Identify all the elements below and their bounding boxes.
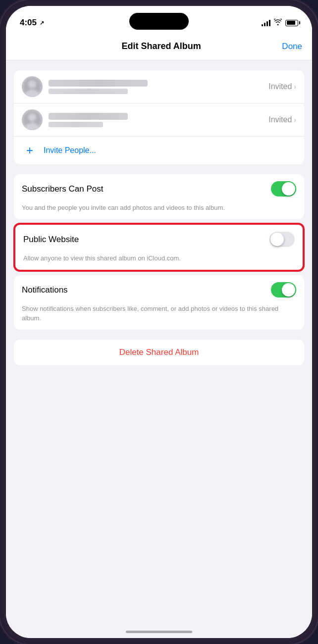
subscribers-section: Subscribers Can Post You and the people … [14,174,304,219]
delete-card: Delete Shared Album [14,340,304,365]
notifications-label: Notifications [22,285,68,295]
public-website-section: Public Website Allow anyone to view this… [14,223,304,271]
person-name-1 [49,80,268,94]
notifications-toggle-row: Notifications [14,275,304,304]
time-display: 4:05 [20,18,37,28]
signal-icon [262,19,270,26]
notifications-section: Notifications Show notifications when su… [14,275,304,329]
status-icons [262,19,298,27]
chevron-right-icon-2: › [294,116,296,124]
people-card: Invited › [14,70,304,164]
person-1-status: Invited › [268,82,296,91]
avatar-1 [22,76,43,97]
delete-album-button[interactable]: Delete Shared Album [14,340,304,365]
wifi-icon [274,19,282,27]
location-arrow-icon: ↗ [40,20,44,26]
invite-people-label: Invite People... [44,146,96,155]
subscribers-description: You and the people you invite can add ph… [14,203,304,219]
person-name-2 [49,113,268,127]
content-area: Invited › [6,60,312,638]
public-website-toggle[interactable] [269,232,295,247]
done-button[interactable]: Done [282,42,302,51]
notifications-description: Show notifications when subscribers like… [14,304,304,329]
avatar-2 [22,109,43,130]
phone-frame: 4:05 ↗ [0,0,318,644]
phone-screen: 4:05 ↗ [6,6,312,638]
person-2-status: Invited › [268,115,296,124]
public-website-toggle-row: Public Website [15,225,303,254]
chevron-right-icon-1: › [294,83,296,91]
public-website-description: Allow anyone to view this shared album o… [15,254,303,270]
home-indicator [126,631,192,633]
invite-people-row[interactable]: + Invite People... [14,137,304,164]
notifications-toggle[interactable] [271,282,296,297]
person-row-2[interactable]: Invited › [14,103,304,137]
invite-plus-icon: + [22,143,38,158]
svg-point-2 [28,80,36,88]
status-time: 4:05 ↗ [20,18,44,28]
dynamic-island [129,13,189,30]
subscribers-label: Subscribers Can Post [22,184,103,194]
svg-point-6 [28,113,36,121]
public-website-label: Public Website [23,235,79,245]
battery-icon [285,20,298,26]
subscribers-toggle-row: Subscribers Can Post [14,174,304,203]
subscribers-toggle[interactable] [271,181,296,197]
nav-title: Edit Shared Album [41,41,282,51]
person-row-1[interactable]: Invited › [14,70,304,103]
nav-bar: Edit Shared Album Done [6,33,312,60]
delete-album-label: Delete Shared Album [119,347,199,357]
